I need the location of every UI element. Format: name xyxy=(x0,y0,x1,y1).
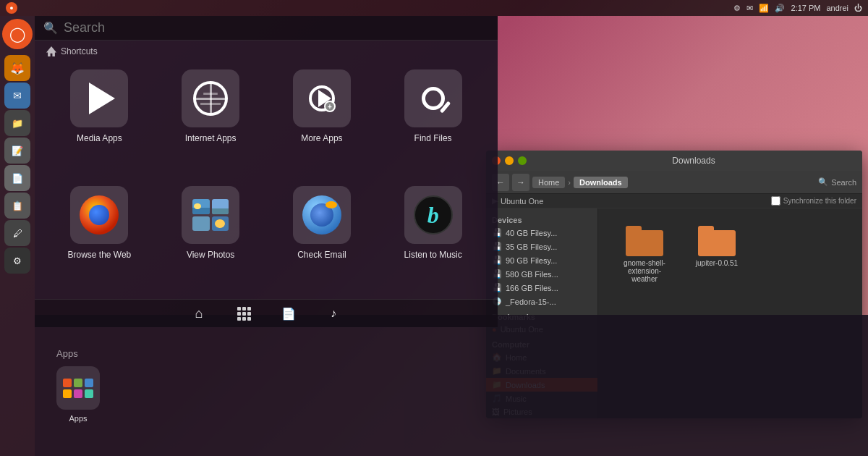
shortcuts-label: Shortcuts xyxy=(61,46,98,56)
app-banshee[interactable]: b Listen to Music xyxy=(383,186,483,292)
dash-nav-apps-icon xyxy=(236,305,252,321)
dash-nav-files-icon: 📄 xyxy=(281,305,297,321)
app-banshee-label: Listen to Music xyxy=(404,250,462,260)
fm-file-jupiter[interactable]: jupiter-0.0.51 xyxy=(688,226,746,283)
fm-search[interactable]: 🔍 Search xyxy=(818,177,856,187)
fm-sync-checkbox[interactable]: Synchronize this folder xyxy=(771,196,856,206)
fm-ubuntu-one-bar: ▶ Ubuntu One Synchronize this folder xyxy=(486,194,862,208)
launcher-icon-7: 🖊 xyxy=(13,228,22,239)
fm-path: Home › Downloads xyxy=(532,177,815,188)
launcher-item-4[interactable]: 📝 xyxy=(4,138,30,164)
fm-toolbar: ← → Home › Downloads 🔍 Search xyxy=(486,171,862,194)
fm-item-90gb[interactable]: 💾 90 GB Filesy... xyxy=(486,253,597,267)
launcher-item-7[interactable]: 🖊 xyxy=(4,220,30,246)
fm-item-fedora[interactable]: 💿 _Fedora-15-... xyxy=(486,295,597,308)
launcher-item-1[interactable]: 🦊 xyxy=(4,55,30,81)
app-internet-label: Internet Apps xyxy=(185,133,237,143)
launcher-icon-1: 🦊 xyxy=(10,62,25,75)
fm-title: Downloads xyxy=(531,156,856,166)
fm-item-35gb[interactable]: 💾 35 GB Filesy... xyxy=(486,240,597,253)
dash-nav-home[interactable]: ⌂ xyxy=(191,305,207,321)
fm-forward-icon: → xyxy=(516,177,525,187)
app-findfiles[interactable]: Find Files xyxy=(383,69,483,175)
dash-nav-files[interactable]: 📄 xyxy=(281,305,297,321)
app-firefox-icon xyxy=(70,186,128,244)
apps-section2-item-apps[interactable]: Apps xyxy=(56,366,100,423)
app-findfiles-icon xyxy=(404,69,462,127)
app-photos-label: View Photos xyxy=(187,250,235,260)
unity-launcher: ◯ 🦊 ✉ 📁 📝 📄 📋 🖊 ⚙ xyxy=(0,16,35,456)
launcher-icon-2: ✉ xyxy=(13,90,22,101)
fm-path-home[interactable]: Home xyxy=(532,177,565,188)
launcher-item-8[interactable]: ⚙ xyxy=(4,248,30,274)
app-firefox-label: Browse the Web xyxy=(67,250,131,260)
dash-nav: ⌂ 📄 ♪ xyxy=(35,299,498,327)
app-internet[interactable]: Internet Apps xyxy=(161,69,261,175)
launcher-item-3[interactable]: 📁 xyxy=(4,110,30,136)
fm-folder-icon-gnome xyxy=(626,226,663,256)
fm-titlebar: Downloads xyxy=(486,151,862,171)
app-photos[interactable]: View Photos xyxy=(161,186,261,292)
app-thunderbird-icon xyxy=(293,186,351,244)
fm-path-separator: › xyxy=(568,178,571,187)
search-bar: 🔍 xyxy=(35,16,498,41)
app-thunderbird[interactable]: Check Email xyxy=(272,186,373,292)
apps-section2: Apps Apps xyxy=(35,315,868,456)
fm-sync-input[interactable] xyxy=(771,196,780,206)
fm-item-166gb[interactable]: 💾 166 GB Files... xyxy=(486,281,597,295)
launcher-icon-3: 📁 xyxy=(12,118,23,129)
app-photos-icon xyxy=(182,186,239,244)
fm-search-icon: 🔍 xyxy=(818,177,828,187)
system-tray-icon: ⚙ xyxy=(733,4,741,13)
app-media-label: Media Apps xyxy=(77,133,122,143)
dash-nav-home-icon: ⌂ xyxy=(191,305,207,321)
dash-nav-music[interactable]: ♪ xyxy=(326,305,341,321)
fm-item-580gb[interactable]: 💾 580 GB Files... xyxy=(486,267,597,281)
apps-grid: Media Apps Internet Apps xyxy=(35,62,498,299)
launcher-item-2[interactable]: ✉ xyxy=(4,83,30,109)
app-more-label: More Apps xyxy=(301,133,342,143)
app-firefox[interactable]: Browse the Web xyxy=(49,186,150,292)
app-thunderbird-label: Check Email xyxy=(297,250,346,260)
fm-path-current: Downloads xyxy=(574,177,628,188)
fm-folder-icon-jupiter xyxy=(698,226,736,256)
mail-tray-icon: ✉ xyxy=(746,4,753,13)
launcher-icon-4: 📝 xyxy=(12,145,23,156)
top-panel-right: ⚙ ✉ 📶 🔊 2:17 PM andrei ⏻ xyxy=(733,4,862,13)
apps-section2-row: Apps xyxy=(56,366,846,423)
launcher-item-6[interactable]: 📋 xyxy=(4,193,30,219)
top-panel: ● ⚙ ✉ 📶 🔊 2:17 PM andrei ⏻ xyxy=(0,0,868,16)
app-more-icon: + xyxy=(293,69,351,127)
search-input[interactable] xyxy=(64,20,489,35)
shortcuts-header: Shortcuts xyxy=(35,41,498,62)
fm-minimize-button[interactable] xyxy=(505,156,514,165)
fm-maximize-button[interactable] xyxy=(518,156,527,165)
fm-section-devices: Devices xyxy=(486,211,597,226)
dash-overlay: 🔍 Shortcuts Media Apps xyxy=(35,16,498,327)
dash-nav-music-icon: ♪ xyxy=(326,305,341,321)
fm-file-gnome-weather[interactable]: gnome-shell-extension-weather xyxy=(616,226,673,283)
desktop: ● ⚙ ✉ 📶 🔊 2:17 PM andrei ⏻ ◯ 🦊 ✉ 📁 📝 xyxy=(0,0,868,456)
launcher-item-5[interactable]: 📄 xyxy=(4,165,30,191)
apps2-label: Apps xyxy=(69,414,87,423)
ubuntu-logo[interactable]: ● xyxy=(6,2,17,14)
network-tray-icon: 📶 xyxy=(759,4,769,13)
power-icon[interactable]: ⏻ xyxy=(854,4,862,12)
app-internet-icon xyxy=(182,69,239,127)
launcher-ubuntu-button[interactable]: ◯ xyxy=(2,19,33,49)
username: andrei xyxy=(826,4,848,12)
ubuntu-home-icon: ◯ xyxy=(9,25,25,43)
app-media[interactable]: Media Apps xyxy=(49,69,150,175)
app-banshee-icon: b xyxy=(404,186,462,244)
fm-item-40gb[interactable]: 💾 40 GB Filesy... xyxy=(486,226,597,240)
sound-tray-icon: 🔊 xyxy=(775,4,785,13)
app-more[interactable]: + More Apps xyxy=(272,69,373,175)
app-findfiles-label: Find Files xyxy=(414,133,452,143)
dash-nav-apps[interactable] xyxy=(236,305,252,321)
shortcuts-home-icon xyxy=(46,46,56,56)
launcher-icon-8: ⚙ xyxy=(13,256,22,266)
fm-file-label-jupiter: jupiter-0.0.51 xyxy=(696,259,738,267)
fm-files: gnome-shell-extension-weather jupiter-0.… xyxy=(604,214,856,295)
fm-forward-button[interactable]: → xyxy=(512,174,529,191)
clock: 2:17 PM xyxy=(791,4,820,12)
